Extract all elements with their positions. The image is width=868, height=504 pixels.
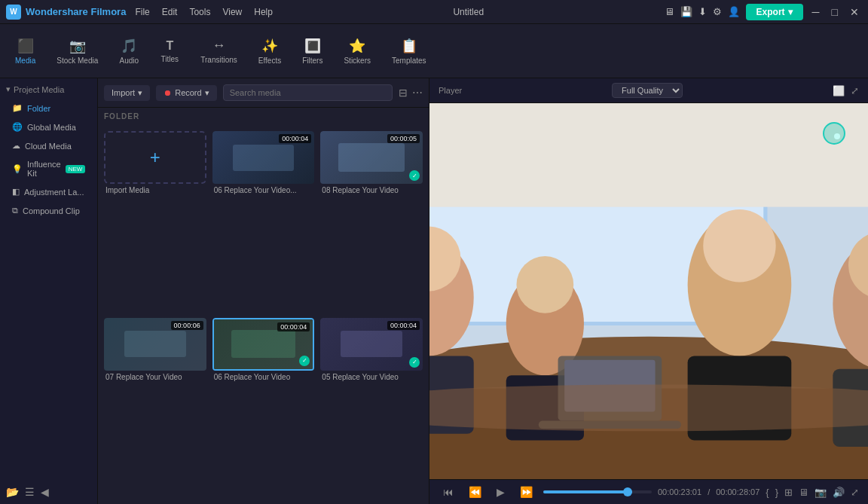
fullscreen-icon[interactable]: ⤢ [851,487,859,498]
tool-titles[interactable]: T Titles [151,35,188,68]
panel-item-compound-clip[interactable]: ⧉ Compound Clip [6,201,91,220]
tool-titles-label: Titles [161,55,179,63]
list-view-icon[interactable]: ☰ [25,486,35,498]
download-icon[interactable]: ⬇ [698,6,707,17]
media-item-0[interactable]: 00:00:04 06 Replace Your Video... [212,131,315,312]
close-button[interactable]: ✕ [847,6,862,18]
panel-item-global-media[interactable]: 🌐 Global Media [6,118,91,136]
tool-media[interactable]: ⬛ Media [6,33,44,69]
filter-icon[interactable]: ⊟ [399,87,408,99]
svg-point-21 [429,384,868,431]
tool-stickers[interactable]: ⭐ Stickers [335,33,380,69]
tool-filters[interactable]: 🔳 Filters [293,33,332,69]
preview-progress-bar[interactable] [543,490,652,493]
quality-select[interactable]: Full Quality [612,83,683,98]
in-point-icon[interactable]: { [766,487,769,498]
save-icon[interactable]: 💾 [680,6,692,17]
record-button[interactable]: ⏺ Record ▾ [156,85,216,101]
preview-extra-controls: { } ⊞ 🖥 📷 🔊 ⤢ [766,487,859,498]
duration-2: 00:00:06 [171,321,203,330]
title-bar-left: W Wondershare Filmora File Edit Tools Vi… [6,5,273,20]
preview-controls: ⏮ ⏪ ▶ ⏩ 00:00:23:01 / 00:00:28:07 { } ⊞ … [429,479,868,504]
progress-fill [543,490,632,493]
tool-stickers-label: Stickers [344,57,371,65]
media-label-0: 06 Replace Your Video... [212,184,315,197]
new-folder-icon[interactable]: 📂 [6,486,19,498]
media-icon-group: ⊟ ⋯ [399,87,423,99]
svg-point-11 [516,256,573,313]
media-panel: Import ▾ ⏺ Record ▾ ⊟ ⋯ FOLDER + Import … [98,78,429,504]
titles-icon: T [166,39,173,53]
player-label: Player [439,86,462,95]
tool-stock-media[interactable]: 📷 Stock Media [47,33,107,69]
duration-3: 00:00:04 [277,322,310,331]
media-label-2: 07 Replace Your Video [104,371,206,383]
main-toolbar: ⬛ Media 📷 Stock Media 🎵 Audio T Titles ↔… [0,24,868,78]
preview-video-frame [429,103,868,479]
progress-thumb[interactable] [623,487,632,496]
global-icon: 🌐 [12,122,23,132]
compound-icon: ⧉ [12,206,18,215]
collapse-icon[interactable]: ◀ [41,486,49,498]
tool-templates-label: Templates [392,57,426,65]
media-icon: ⬛ [17,38,34,54]
import-placeholder[interactable]: + [104,131,206,184]
tool-audio[interactable]: 🎵 Audio [110,33,148,69]
volume-icon[interactable]: 🔊 [833,487,845,498]
stock-media-icon: 📷 [69,38,86,54]
new-badge: NEW [66,165,86,173]
user-avatar[interactable]: 👤 [728,6,740,17]
camera-icon[interactable]: 📷 [815,487,827,498]
maximize-button[interactable]: □ [829,6,841,18]
monitor-icon[interactable]: 🖥 [665,6,674,17]
adjustment-icon: ◧ [12,187,20,197]
media-thumb-0: 00:00:04 [212,131,315,184]
more-options-icon[interactable]: ⋯ [412,87,423,99]
tool-templates[interactable]: 📋 Templates [383,33,436,69]
play-button[interactable]: ▶ [492,484,509,499]
tool-transitions[interactable]: ↔ Transitions [191,33,246,69]
preview-header-icons: ⬜ ⤢ [833,85,859,96]
media-item-3[interactable]: 00:00:04 ✓ 06 Replace Your Video [212,318,315,499]
expand-icon[interactable]: ⤢ [851,85,859,96]
logo-icon: W [6,5,21,20]
step-forward-button[interactable]: ⏩ [515,484,537,499]
panel-item-adjustment-layer[interactable]: ◧ Adjustment La... [6,182,91,201]
media-item-2[interactable]: 00:00:06 07 Replace Your Video [104,318,206,499]
tool-effects-label: Effects [258,57,281,65]
out-point-icon[interactable]: } [775,487,778,498]
svg-point-14 [703,209,775,282]
import-media-label: Import Media [104,184,206,197]
check-icon-4: ✓ [409,357,420,368]
menu-edit[interactable]: Edit [162,7,178,17]
minimize-button[interactable]: ─ [809,6,823,18]
media-item-1[interactable]: 00:00:05 ✓ 08 Replace Your Video [320,131,423,312]
preview-panel: Player Full Quality ⬜ ⤢ [429,78,868,504]
left-panel: ▾ Project Media 📁 Folder 🌐 Global Media … [0,78,98,504]
clip-range-icon[interactable]: ⊞ [784,487,793,498]
menu-view[interactable]: View [222,7,242,17]
search-input[interactable] [223,84,393,101]
panel-item-cloud-media[interactable]: ☁ Cloud Media [6,136,91,155]
import-media-item[interactable]: + Import Media [104,131,206,312]
cursor-indicator [823,122,845,145]
media-item-4[interactable]: 00:00:04 ✓ 05 Replace Your Video [320,318,423,499]
snapshot-icon[interactable]: ⬜ [833,85,845,96]
menu-help[interactable]: Help [254,7,273,17]
step-back-button[interactable]: ⏪ [464,484,486,499]
svg-rect-3 [429,103,868,207]
duration-0: 00:00:04 [279,134,311,143]
skip-back-button[interactable]: ⏮ [439,484,458,499]
settings-icon[interactable]: ⚙ [713,6,722,17]
media-thumb-1: 00:00:05 ✓ [320,131,423,184]
panel-item-folder[interactable]: 📁 Folder [6,99,91,118]
panel-item-influence-kit[interactable]: 💡 Influence Kit NEW [6,155,91,182]
menu-tools[interactable]: Tools [189,7,210,17]
title-bar-right: 🖥 💾 ⬇ ⚙ 👤 Export ▾ ─ □ ✕ [665,4,862,20]
menu-file[interactable]: File [135,7,149,17]
export-button[interactable]: Export ▾ [746,4,803,20]
import-button[interactable]: Import ▾ [104,85,150,101]
tool-effects[interactable]: ✨ Effects [249,33,290,69]
monitor-icon[interactable]: 🖥 [799,487,808,498]
project-media-section: ▾ Project Media 📁 Folder 🌐 Global Media … [0,78,97,226]
